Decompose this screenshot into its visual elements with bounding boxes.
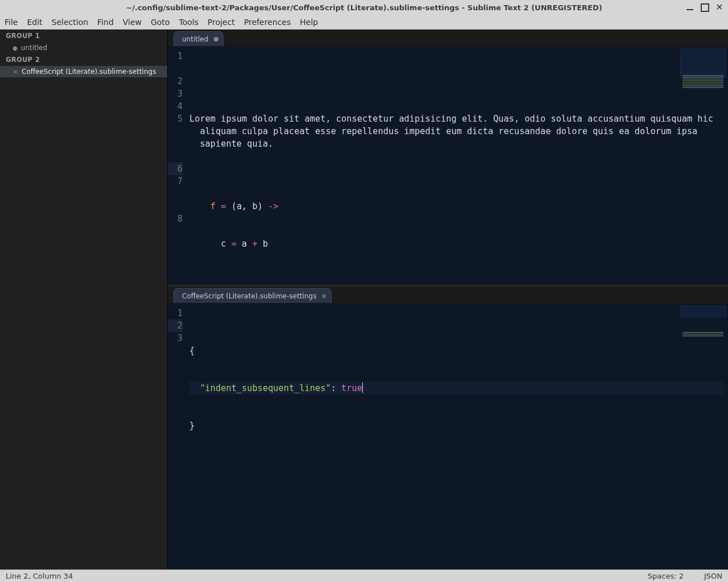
code-line: "Lorem ipsum dolor sit amet, consectetur… (189, 275, 723, 285)
menu-selection[interactable]: Selection (52, 18, 89, 27)
menu-bar: File Edit Selection Find View Goto Tools… (0, 15, 728, 30)
code-text: Lorem ipsum dolor sit amet, consectetur … (189, 113, 723, 150)
tab-close-icon[interactable]: × (321, 292, 326, 300)
tab-label: CoffeeScript (Literate).sublime-settings (182, 292, 316, 300)
code-body-bottom[interactable]: { "indent_subsequent_lines": true } (186, 304, 728, 569)
minimap-top[interactable] (680, 49, 726, 77)
tab-bar-top: untitled (168, 30, 728, 47)
code-area-bottom[interactable]: 1 2 3 { "indent_subsequent_lines": true … (168, 304, 728, 569)
tab-label: untitled (182, 35, 208, 43)
code-body-top[interactable]: Lorem ipsum dolor sit amet, consectetur … (186, 47, 728, 285)
menu-find[interactable]: Find (97, 18, 114, 27)
minimize-icon[interactable] (685, 2, 695, 13)
window-title: ~/.config/sublime-text-2/Packages/User/C… (0, 3, 728, 12)
minimap-bottom[interactable] (680, 306, 726, 317)
sidebar: GROUP 1 ● untitled GROUP 2 × CoffeeScrip… (0, 30, 167, 569)
menu-file[interactable]: File (5, 18, 18, 27)
sidebar-item-untitled[interactable]: ● untitled (0, 42, 167, 53)
code-line: c = a + b (189, 238, 723, 250)
status-indent[interactable]: Spaces: 2 (648, 572, 684, 580)
code-line: "indent_subsequent_lines": true (189, 382, 723, 394)
sidebar-item-label: CoffeeScript (Literate).sublime-settings (22, 68, 156, 76)
menu-preferences[interactable]: Preferences (244, 18, 291, 27)
sidebar-item-settings[interactable]: × CoffeeScript (Literate).sublime-settin… (0, 66, 167, 77)
dirty-dot-icon: ● (13, 45, 18, 51)
status-bar: Line 2, Column 34 Spaces: 2 JSON (0, 569, 728, 582)
menu-tools[interactable]: Tools (179, 18, 198, 27)
code-line: f = (a, b) -> (189, 200, 723, 213)
maximize-icon[interactable] (700, 2, 710, 13)
editor-pane-top: untitled 1 2 3 4 5 6 7 (168, 30, 728, 286)
menu-view[interactable]: View (123, 18, 142, 27)
menu-edit[interactable]: Edit (27, 18, 42, 27)
code-line: } (189, 419, 723, 432)
tab-bar-bottom: CoffeeScript (Literate).sublime-settings… (168, 286, 728, 304)
sidebar-group-2-header: GROUP 2 (0, 53, 167, 66)
gutter-top: 1 2 3 4 5 6 7 8 (168, 47, 186, 285)
close-file-icon[interactable]: × (13, 68, 18, 76)
window-controls: ✕ (685, 2, 725, 13)
text-cursor (362, 383, 363, 393)
tab-settings[interactable]: CoffeeScript (Literate).sublime-settings… (173, 288, 332, 303)
menu-project[interactable]: Project (208, 18, 235, 27)
window-titlebar: ~/.config/sublime-text-2/Packages/User/C… (0, 0, 728, 15)
main-area: GROUP 1 ● untitled GROUP 2 × CoffeeScrip… (0, 30, 728, 569)
status-position[interactable]: Line 2, Column 34 (6, 572, 73, 580)
close-icon[interactable]: ✕ (714, 2, 725, 13)
editor-column: untitled 1 2 3 4 5 6 7 (167, 30, 728, 569)
sidebar-group-1-header: GROUP 1 (0, 30, 167, 42)
menu-goto[interactable]: Goto (151, 18, 169, 27)
code-line: { (189, 344, 723, 357)
dirty-indicator-icon (214, 37, 218, 41)
sidebar-item-label: untitled (21, 44, 47, 52)
code-area-top[interactable]: 1 2 3 4 5 6 7 8 (168, 47, 728, 285)
editor-pane-bottom: CoffeeScript (Literate).sublime-settings… (168, 286, 728, 569)
tab-untitled[interactable]: untitled (173, 31, 224, 46)
menu-help[interactable]: Help (300, 18, 318, 27)
gutter-bottom: 1 2 3 (168, 304, 186, 569)
status-syntax[interactable]: JSON (704, 572, 722, 580)
